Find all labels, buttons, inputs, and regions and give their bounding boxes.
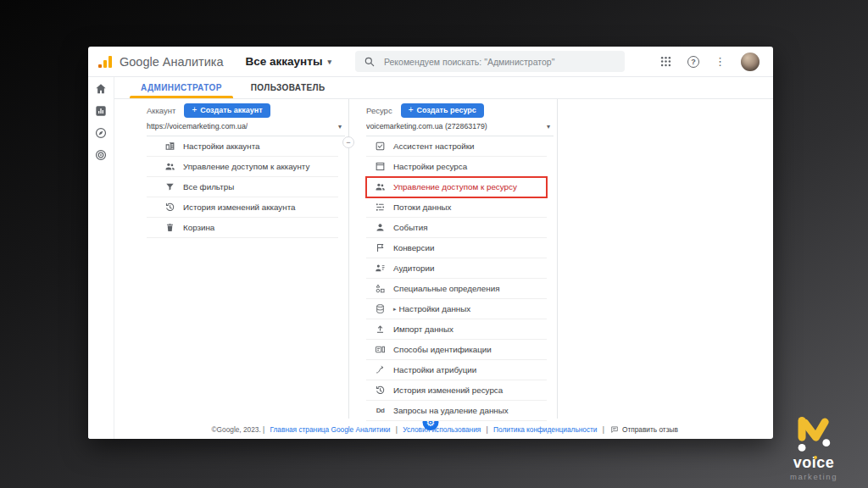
menu-item-label: Запросы на удаление данных: [393, 406, 509, 415]
menu-item-label: Импорт данных: [393, 324, 453, 334]
more-vertical-icon[interactable]: ⋮: [715, 56, 726, 67]
brand-subtitle: marketing: [790, 472, 837, 481]
account-menu-item[interactable]: Управление доступом к аккаунту: [147, 157, 338, 177]
header-actions: ? ⋮: [659, 53, 760, 71]
account-menu-item[interactable]: Настройки аккаунта: [147, 136, 338, 157]
data-streams-icon: [375, 202, 386, 213]
menu-item-label: Настройки ресурса: [393, 162, 467, 171]
account-selector-value: https://voicemarketing.com.ua/: [147, 122, 248, 130]
account-menu-item[interactable]: История изменений аккаунта: [147, 197, 338, 218]
home-icon: [94, 82, 108, 96]
nav-advertising-button[interactable]: [94, 148, 108, 162]
create-account-button[interactable]: + Создать аккаунт: [184, 103, 270, 118]
reporting-identity-icon: [375, 344, 386, 355]
product-name: Google Аналитика: [120, 55, 224, 69]
trash-icon: [164, 222, 175, 233]
menu-item-label: Все фильтры: [183, 182, 234, 191]
footer-link-terms[interactable]: Условия использования: [401, 425, 481, 434]
property-menu-item[interactable]: История изменений ресурса: [366, 380, 547, 401]
footer-link-home[interactable]: Главная страница Google Аналитики: [268, 425, 390, 434]
menu-item-label: Настройки аккаунта: [183, 141, 259, 151]
footer-separator: |: [484, 425, 487, 434]
nav-home-button[interactable]: [94, 82, 108, 96]
avatar[interactable]: [741, 53, 760, 71]
data-deletion-requests-icon: Dd: [375, 405, 386, 416]
admin-main: Аккаунт + Создать аккаунт https://voicem…: [114, 99, 773, 420]
search-icon: [364, 56, 376, 68]
menu-item-label: События: [393, 223, 427, 232]
property-menu-item[interactable]: Настройки ресурса: [366, 157, 547, 177]
nav-rail: [88, 77, 114, 439]
expand-arrow-icon: ▸: [393, 306, 397, 313]
account-menu: Настройки аккаунта Управление доступом к…: [147, 136, 348, 238]
data-settings-icon: [375, 303, 386, 314]
tab-administrator[interactable]: АДМИНИСТРАТОР: [126, 77, 236, 98]
property-menu-item[interactable]: Аудитории: [366, 258, 547, 279]
tab-user[interactable]: ПОЛЬЗОВАТЕЛЬ: [236, 77, 340, 98]
menu-item-label: Потоки данных: [393, 202, 452, 212]
menu-item-label: Настройки данных: [399, 304, 471, 313]
property-column-title: Ресурс: [366, 106, 392, 115]
menu-item-label: История изменений аккаунта: [183, 202, 296, 212]
account-selector[interactable]: https://voicemarketing.com.ua/ ▾: [147, 118, 345, 136]
send-feedback-button[interactable]: Отправить отзыв: [610, 425, 678, 434]
footer-separator: |: [600, 425, 604, 434]
account-switcher-label: Все аккаунты: [246, 55, 323, 68]
property-selector[interactable]: voicemarketing.com.ua (272863179) ▾: [366, 118, 554, 136]
nav-explore-button[interactable]: [94, 126, 108, 140]
menu-item-label: Специальные определения: [393, 284, 499, 293]
property-menu-item[interactable]: Конверсии: [366, 238, 547, 258]
property-settings-icon: [375, 161, 386, 172]
brand-name: voice: [793, 455, 835, 470]
plus-icon: +: [192, 106, 197, 114]
property-menu-item[interactable]: Dd Запросы на удаление данных: [366, 401, 547, 421]
chevron-down-icon: ▾: [547, 123, 550, 130]
explore-icon: [94, 126, 108, 140]
help-icon[interactable]: ?: [687, 56, 699, 68]
property-menu-item[interactable]: Потоки данных: [366, 197, 547, 218]
property-menu-item[interactable]: ▸ Настройки данных: [366, 299, 547, 319]
account-menu-item[interactable]: Все фильтры: [147, 177, 338, 197]
account-column-title: Аккаунт: [147, 106, 175, 115]
menu-item-label: Управление доступом к аккаунту: [183, 162, 309, 171]
property-menu-item[interactable]: Управление доступом к ресурсу: [366, 177, 547, 197]
footer-link-privacy[interactable]: Политика конфиденциальности: [492, 425, 598, 434]
reports-icon: [94, 104, 108, 118]
google-apps-grid-icon[interactable]: [659, 55, 672, 68]
property-menu-item[interactable]: Ассистент настройки: [366, 136, 547, 157]
footer-separator: |: [393, 425, 397, 434]
property-menu-item[interactable]: Специальные определения: [366, 279, 547, 299]
menu-item-label: Корзина: [183, 223, 214, 232]
nav-reports-button[interactable]: [94, 104, 108, 118]
collapse-columns-button[interactable]: −: [342, 136, 354, 148]
analytics-window: Google Аналитика Все аккаунты ▾ ? ⋮: [88, 47, 773, 439]
menu-item-label: Конверсии: [393, 243, 434, 252]
app-header: Google Аналитика Все аккаунты ▾ ? ⋮: [88, 47, 773, 77]
account-column: Аккаунт + Создать аккаунт https://voicem…: [129, 99, 349, 419]
chevron-down-icon: ▾: [338, 123, 342, 130]
property-access-icon: [375, 181, 386, 192]
global-search[interactable]: [355, 51, 625, 72]
account-settings-icon: [164, 141, 175, 152]
account-switcher[interactable]: Все аккаунты ▾: [246, 55, 331, 68]
property-menu-item[interactable]: События: [366, 218, 547, 238]
property-menu: Ассистент настройки Настройки ресурса: [366, 136, 557, 421]
property-menu-item[interactable]: Настройки атрибуции: [366, 360, 547, 380]
slide-backdrop: Google Аналитика Все аккаунты ▾ ? ⋮: [0, 0, 868, 488]
property-menu-item[interactable]: Импорт данных: [366, 319, 547, 340]
property-menu-item[interactable]: Способы идентификации: [366, 340, 547, 360]
filters-icon: [164, 181, 175, 192]
tab-label: АДМИНИСТРАТОР: [141, 83, 222, 92]
property-selector-value: voicemarketing.com.ua (272863179): [366, 122, 487, 130]
account-access-icon: [164, 161, 175, 172]
global-search-input[interactable]: [382, 56, 616, 68]
account-menu-item[interactable]: Корзина: [147, 218, 338, 238]
voice-marketing-watermark: voice marketing: [773, 414, 854, 481]
menu-item-label: Настройки атрибуции: [393, 365, 476, 374]
setup-assistant-icon: [375, 141, 386, 152]
audiences-icon: [375, 263, 386, 274]
create-property-button[interactable]: + Создать ресурс: [401, 103, 484, 118]
events-icon: [375, 222, 386, 233]
google-analytics-logo-icon: [98, 56, 112, 68]
advertising-icon: [94, 148, 108, 162]
